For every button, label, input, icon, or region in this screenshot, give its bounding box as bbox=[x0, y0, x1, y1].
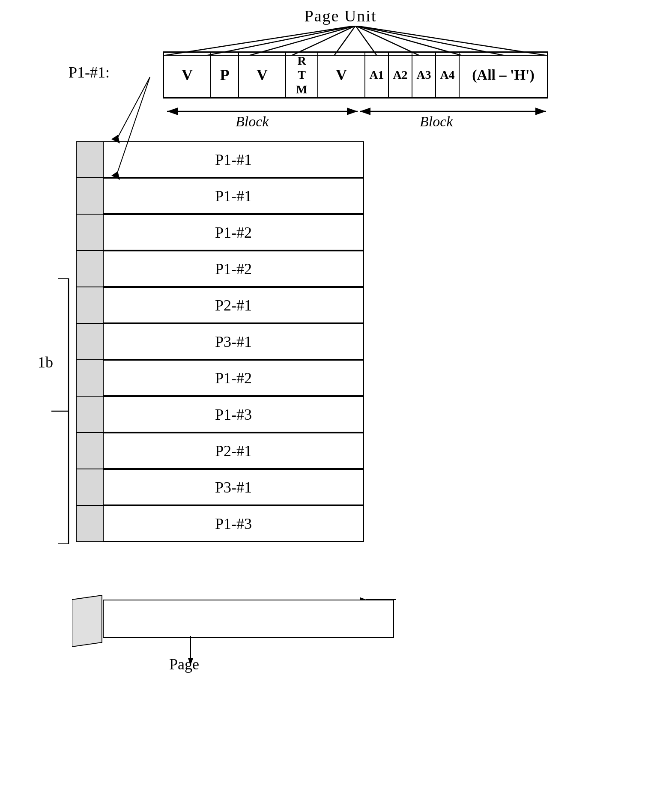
stack-row-7: P1-#3 bbox=[73, 396, 415, 433]
cell-a4: A4 bbox=[436, 53, 460, 97]
row-face-8: P2-#1 bbox=[103, 433, 364, 469]
row-face-3: P1-#2 bbox=[103, 251, 364, 287]
svg-marker-33 bbox=[111, 171, 120, 180]
stack-row-4: P2-#1 bbox=[73, 287, 415, 323]
block-arrows-svg: Block Block bbox=[163, 99, 548, 133]
row-tab-9 bbox=[73, 469, 105, 505]
svg-marker-22 bbox=[76, 251, 105, 287]
svg-text:Block: Block bbox=[420, 113, 453, 129]
svg-line-31 bbox=[116, 77, 150, 178]
svg-marker-24 bbox=[76, 323, 105, 360]
row-face-5: P3-#1 bbox=[103, 323, 364, 360]
svg-marker-26 bbox=[76, 396, 105, 433]
row-tab-8 bbox=[73, 433, 105, 469]
svg-marker-27 bbox=[76, 433, 105, 469]
stack-row-9: P3-#1 bbox=[73, 469, 415, 505]
row-tab-10 bbox=[73, 505, 105, 542]
stack-row-8: P2-#1 bbox=[73, 433, 415, 469]
label-1b: 1b bbox=[38, 353, 53, 371]
row-face-6: P1-#2 bbox=[103, 360, 364, 396]
row-tab-3 bbox=[73, 251, 105, 287]
stack-row-3: P1-#2 bbox=[73, 251, 415, 287]
svg-marker-40 bbox=[72, 595, 102, 647]
row-face-7: P1-#3 bbox=[103, 396, 364, 433]
bottom-rect-1a bbox=[103, 600, 394, 638]
label-page: Page bbox=[169, 655, 199, 673]
svg-marker-23 bbox=[76, 287, 105, 323]
stack-row-10: P1-#3 bbox=[73, 505, 415, 542]
stack-row-5: P3-#1 bbox=[73, 323, 415, 360]
cell-rtm: RTM bbox=[286, 53, 318, 97]
brace-1b-svg bbox=[49, 278, 73, 544]
cell-a1: A1 bbox=[365, 53, 389, 97]
bottom-rect-3d bbox=[72, 595, 111, 647]
page-unit-row: V P V RTM V A1 A2 A3 A4 (All – 'H') bbox=[163, 51, 548, 99]
svg-text:Block: Block bbox=[236, 113, 269, 129]
row-tab-7 bbox=[73, 396, 105, 433]
cell-a3: A3 bbox=[412, 53, 436, 97]
row-face-4: P2-#1 bbox=[103, 287, 364, 323]
cell-a2: A2 bbox=[389, 53, 412, 97]
cell-p: P bbox=[211, 53, 239, 97]
row-face-10: P1-#3 bbox=[103, 505, 364, 542]
svg-marker-28 bbox=[76, 469, 105, 505]
row-face-9: P3-#1 bbox=[103, 469, 364, 505]
svg-line-30 bbox=[116, 77, 150, 141]
row-tab-5 bbox=[73, 323, 105, 360]
diagram-container: Page Unit V P V RTM V A1 A2 A3 A4 (All –… bbox=[0, 0, 672, 812]
connector-svg bbox=[51, 51, 180, 244]
cell-all: (All – 'H') bbox=[460, 53, 547, 97]
svg-marker-25 bbox=[76, 360, 105, 396]
row-tab-6 bbox=[73, 360, 105, 396]
cell-v3: V bbox=[318, 53, 365, 97]
page-unit-label: Page Unit bbox=[284, 6, 397, 25]
cell-v2: V bbox=[239, 53, 286, 97]
stack-row-6: P1-#2 bbox=[73, 360, 415, 396]
svg-marker-29 bbox=[76, 505, 105, 542]
row-tab-4 bbox=[73, 287, 105, 323]
